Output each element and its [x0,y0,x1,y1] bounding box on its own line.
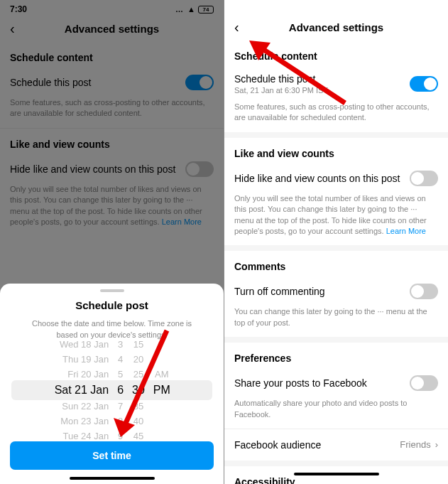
sheet-title: Schedule post [0,299,224,311]
hide-counts-label: Hide like and view counts on this post [10,163,175,175]
fb-audience-value: Friends [400,439,430,450]
commenting-row[interactable]: Turn off commenting [224,276,448,306]
left-screenshot: 7:30 … ▲ 74 ‹ Advanced settings Schedule… [0,0,224,484]
fb-audience-label: Facebook audience [234,439,321,451]
likes-section-header: Like and view counts [0,129,224,154]
comments-helper: You can change this later by going to th… [224,306,448,337]
likes-helper: Only you will see the total number of li… [224,193,448,246]
chevron-right-icon: › [435,439,438,450]
likes-helper: Only you will see the total number of li… [0,184,224,237]
share-facebook-row[interactable]: Share your posts to Facebook [224,368,448,398]
hide-counts-toggle[interactable] [410,171,438,186]
status-icons: … ▲ 74 [175,5,214,14]
annotation-arrow-icon [99,327,185,448]
back-button[interactable]: ‹ [10,21,15,37]
facebook-audience-row[interactable]: Facebook audience Friends › [224,429,448,461]
sheet-handle[interactable] [100,289,124,292]
battery-icon: 74 [198,6,214,14]
hide-counts-row[interactable]: Hide like and view counts on this post [0,154,224,184]
annotation-arrow-icon [239,32,352,110]
page-title: Advanced settings [10,23,214,35]
preferences-section-header: Preferences [224,343,448,368]
header: ‹ Advanced settings [0,16,224,42]
wifi-icon: … ▲ [175,5,195,14]
prefs-helper: Automatically share your photo and video… [224,398,448,429]
learn-more-link[interactable]: Learn More [386,227,426,235]
hide-counts-label: Hide like and view counts on this post [234,173,400,184]
status-time: 7:30 [10,4,27,14]
schedule-toggle[interactable] [410,76,438,92]
hide-counts-toggle[interactable] [185,161,214,177]
divider [224,461,448,466]
schedule-section-header: Schedule content [0,42,224,68]
commenting-toggle[interactable] [410,284,438,299]
divider [224,245,448,251]
divider [224,337,448,343]
learn-more-link[interactable]: Learn More [162,217,202,226]
divider [224,132,448,138]
status-bar: 7:30 … ▲ 74 [0,0,224,16]
schedule-toggle[interactable] [185,75,214,90]
schedule-post-row[interactable]: Schedule this post [0,68,224,97]
schedule-helper: Some features, such as cross-posting to … [0,97,224,128]
comments-section-header: Comments [224,251,448,276]
home-indicator[interactable] [70,477,155,480]
share-facebook-toggle[interactable] [410,375,438,391]
hide-counts-row[interactable]: Hide like and view counts on this post [224,163,448,193]
commenting-label: Turn off commenting [234,286,325,297]
share-facebook-label: Share your posts to Facebook [234,377,367,389]
right-screenshot: ‹ Advanced settings Schedule content Sch… [224,0,448,484]
schedule-post-label: Schedule this post [10,77,91,88]
likes-section-header: Like and view counts [224,138,448,163]
home-indicator[interactable] [294,473,379,475]
